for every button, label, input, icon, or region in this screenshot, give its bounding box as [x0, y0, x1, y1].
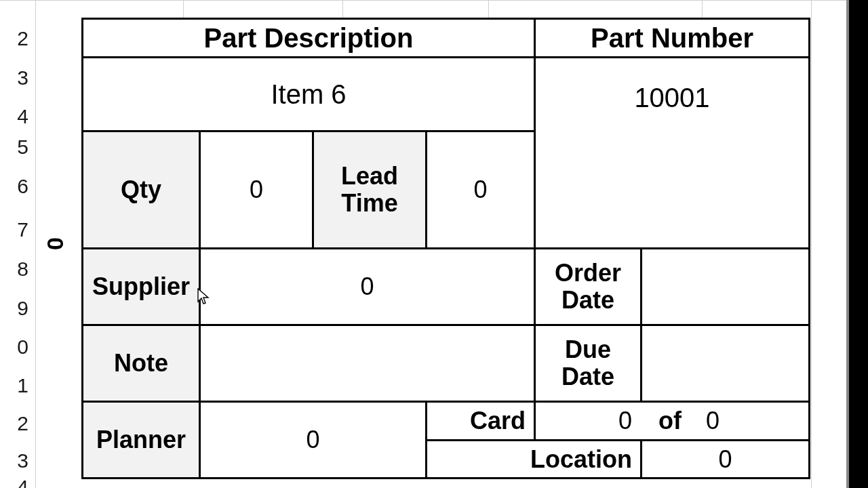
spreadsheet-canvas: 2 3 4 5 6 7 8 9 0 1 2 3 4 0 Part Descrip… — [0, 0, 868, 488]
row-header[interactable]: 3 — [0, 66, 33, 89]
gridline — [35, 0, 36, 488]
row-header[interactable]: 8 — [0, 258, 33, 281]
note-label[interactable]: Note — [81, 324, 201, 403]
due-date-value[interactable] — [640, 324, 810, 403]
row-header[interactable]: 4 — [0, 476, 33, 488]
gridline — [702, 0, 703, 18]
lead-time-label[interactable]: Lead Time — [312, 130, 427, 249]
planner-label[interactable]: Planner — [81, 401, 201, 479]
gridline — [342, 0, 343, 18]
note-value[interactable] — [199, 324, 536, 403]
row-header[interactable]: 3 — [0, 449, 33, 472]
lead-time-value[interactable]: 0 — [425, 130, 536, 249]
part-number-value[interactable]: 10001 — [534, 56, 810, 249]
gridline — [0, 0, 868, 1]
row-header[interactable]: 1 — [0, 374, 33, 397]
of-label[interactable]: of — [640, 401, 700, 441]
part-number-header[interactable]: Part Number — [534, 18, 810, 58]
order-date-label[interactable]: Order Date — [534, 247, 642, 326]
part-description-value[interactable]: Item 6 — [81, 56, 536, 132]
part-description-header[interactable]: Part Description — [81, 18, 536, 58]
qty-label[interactable]: Qty — [81, 130, 201, 249]
location-value[interactable]: 0 — [640, 439, 810, 479]
row-header[interactable]: 2 — [0, 412, 33, 435]
row-header[interactable]: 9 — [0, 297, 33, 320]
row-header[interactable]: 4 — [0, 105, 33, 128]
due-date-label[interactable]: Due Date — [534, 324, 642, 403]
row-header[interactable]: 7 — [0, 218, 33, 241]
video-edge — [849, 0, 868, 488]
supplier-label[interactable]: Supplier — [81, 247, 201, 326]
gridline — [811, 0, 812, 488]
row-header[interactable]: 0 — [0, 336, 33, 359]
qty-value[interactable]: 0 — [199, 130, 314, 249]
location-label[interactable]: Location — [425, 439, 642, 479]
row-header[interactable]: 2 — [0, 27, 33, 50]
card-label[interactable]: Card — [425, 401, 536, 441]
gridline — [488, 0, 489, 18]
row-header[interactable]: 5 — [0, 136, 33, 159]
kanban-card: Part Description Part Number Item 6 1000… — [81, 18, 810, 479]
order-date-value[interactable] — [640, 247, 810, 326]
row-header[interactable]: 6 — [0, 175, 33, 198]
supplier-value[interactable]: 0 — [199, 247, 536, 326]
gridline — [183, 0, 184, 18]
card-value[interactable]: 0 — [534, 401, 642, 441]
planner-value[interactable]: 0 — [199, 401, 427, 479]
left-vertical-label: 0 — [42, 237, 68, 250]
row-headers: 2 3 4 5 6 7 8 9 0 1 2 3 4 — [0, 0, 35, 488]
of-value[interactable]: 0 — [698, 401, 810, 441]
